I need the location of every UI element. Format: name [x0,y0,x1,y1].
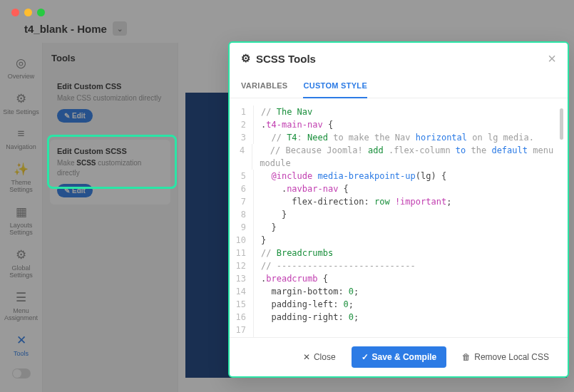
window-controls[interactable] [11,9,45,16]
code-line[interactable]: 9 } [230,221,565,234]
code-text: padding-left: 0; [261,298,354,311]
line-number: 3 [230,131,254,144]
line-number: 11 [230,247,254,259]
minimize-dot[interactable] [24,9,32,16]
close-icon: ✕ [303,352,310,362]
line-number: 10 [230,234,254,247]
code-text [261,324,266,336]
scrollbar[interactable] [560,108,563,327]
modal-footer: ✕Close ✓Save & Compile 🗑Remove Local CSS [230,337,568,376]
line-number: 5 [230,170,254,182]
code-line[interactable]: 3 // T4: Need to make the Nav horizontal… [230,131,565,144]
line-number: 17 [230,324,254,336]
code-text: // Breadcrumbs [261,247,333,259]
code-line[interactable]: 12// --------------------------- [230,259,565,272]
code-line[interactable]: 11// Breadcrumbs [230,247,565,259]
line-number: 2 [230,118,254,131]
save-compile-button[interactable]: ✓Save & Compile [352,346,447,368]
tab-variables[interactable]: VARIABLES [241,74,287,98]
code-text: // --------------------------- [261,259,416,272]
code-line[interactable]: 4 // Because Joomla! add .flex-column to… [230,144,565,170]
code-line[interactable]: 2.t4-main-nav { [230,118,565,131]
close-icon[interactable]: × [548,51,556,66]
line-number: 9 [230,221,254,234]
code-text: @include media-breakpoint-up(lg) { [261,170,446,182]
line-number: 1 [230,105,254,118]
code-text: } [261,234,266,247]
line-number: 14 [230,285,254,298]
close-dot[interactable] [11,9,19,16]
code-line[interactable]: 16 padding-right: 0; [230,311,565,324]
code-line[interactable]: 5 @include media-breakpoint-up(lg) { [230,170,565,182]
code-text: // T4: Need to make the Nav horizontal o… [261,131,534,144]
modal-header: ⚙ SCSS Tools × [230,43,568,74]
code-line[interactable]: 18 li:first-child { [230,336,565,337]
line-number: 7 [230,195,254,208]
code-line[interactable]: 7 flex-direction: row !important; [230,195,565,208]
code-text: .t4-main-nav { [261,118,333,131]
modal-title: ⚙ SCSS Tools [241,52,316,65]
code-text: // Because Joomla! add .flex-column to t… [260,144,565,170]
remove-local-css-button[interactable]: 🗑Remove Local CSS [455,348,556,366]
code-line[interactable]: 1// The Nav [230,105,565,118]
code-line[interactable]: 8 } [230,208,565,221]
code-text: } [261,208,287,221]
code-text: } [261,221,277,234]
line-number: 15 [230,298,254,311]
code-line[interactable]: 17 [230,324,565,336]
trash-icon: 🗑 [462,352,471,362]
line-number: 16 [230,311,254,324]
line-number: 18 [230,336,254,337]
check-icon: ✓ [362,352,369,362]
code-line[interactable]: 14 margin-bottom: 0; [230,285,565,298]
line-number: 13 [230,272,254,285]
code-text: flex-direction: row !important; [261,195,451,208]
maximize-dot[interactable] [37,9,45,16]
code-text: padding-right: 0; [261,311,359,324]
scss-tools-modal: ⚙ SCSS Tools × VARIABLES CUSTOM STYLE 1/… [228,41,569,378]
code-line[interactable]: 10} [230,234,565,247]
tab-custom-style[interactable]: CUSTOM STYLE [303,74,367,98]
line-number: 8 [230,208,254,221]
code-line[interactable]: 13.breadcrumb { [230,272,565,285]
code-text: .navbar-nav { [261,182,349,195]
modal-tabs: VARIABLES CUSTOM STYLE [230,74,568,98]
code-line[interactable]: 6 .navbar-nav { [230,182,565,195]
line-number: 6 [230,182,254,195]
line-number: 12 [230,259,254,272]
code-text: margin-bottom: 0; [261,285,359,298]
code-text: // The Nav [261,105,312,118]
close-button[interactable]: ✕Close [296,348,343,366]
code-editor[interactable]: 1// The Nav2.t4-main-nav {3 // T4: Need … [230,98,568,337]
code-text: .breadcrumb { [261,272,328,285]
gear-icon: ⚙ [241,52,250,65]
code-line[interactable]: 15 padding-left: 0; [230,298,565,311]
code-text: li:first-child { [261,336,354,337]
line-number: 4 [230,144,252,170]
